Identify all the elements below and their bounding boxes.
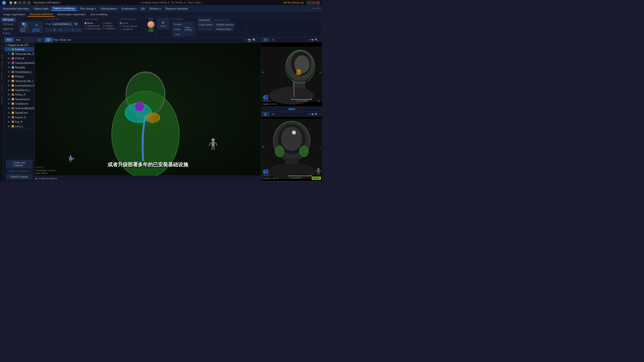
roi-item-retina-r[interactable]: 👁 Retina_R bbox=[5, 92, 34, 97]
ct-sagittal-tab-3d[interactable]: 3D bbox=[270, 38, 276, 42]
roi-eye-retina-r[interactable]: 👁 bbox=[8, 93, 10, 96]
translate-btn[interactable]: Translate bbox=[172, 22, 183, 26]
roi-eye-opticnerve-l[interactable]: 👁 bbox=[8, 89, 10, 92]
3d-badge[interactable]: 3D bbox=[148, 28, 153, 32]
remove-holes-btn[interactable]: Remove holes bbox=[215, 27, 233, 31]
brush-option[interactable]: Brush bbox=[85, 22, 102, 24]
smart-brush-option[interactable]: Smart brush bbox=[85, 25, 102, 27]
spline-option[interactable]: Spline bbox=[103, 22, 115, 24]
roi-item-temporallobe-r[interactable]: 👁 TemporalLobe_R bbox=[5, 52, 34, 56]
reset-view-icon[interactable]: ↺ bbox=[244, 38, 247, 42]
tab-approval[interactable]: Approval bbox=[1, 27, 15, 31]
roi-item-eye-r[interactable]: 👁 Eye_R bbox=[5, 119, 34, 124]
rotate-btn[interactable]: Rotate bbox=[172, 27, 183, 31]
roi-eye-temporallobe-r[interactable]: 👁 bbox=[8, 53, 10, 55]
copy-contour-btn[interactable]: Copy contour bbox=[198, 23, 214, 27]
vert-tab-treatment[interactable]: Treatment... bbox=[0, 81, 3, 93]
sub-menu-deformable-registration[interactable]: Deformable registration bbox=[55, 12, 88, 16]
roi-tab-roi[interactable]: ROI bbox=[5, 38, 13, 42]
roi-poi-details-btn[interactable]: ROI/POI details bbox=[6, 174, 32, 180]
roi-eye-mandible[interactable]: 👁 bbox=[8, 66, 10, 69]
roi-eye-pcm-m[interactable]: 👁 bbox=[8, 57, 10, 60]
roi-item-submandibular1[interactable]: 👁 SubmandibularGlan... bbox=[5, 61, 34, 65]
roi-item-larynx-g[interactable]: 👁 Larynx_G bbox=[5, 115, 34, 119]
menu-delivery[interactable]: Delivery bbox=[147, 7, 163, 11]
ct-sagittal-sync-icon[interactable]: ⇄ bbox=[308, 38, 310, 41]
ct-sagittal-tab-2d[interactable]: 2D bbox=[262, 38, 269, 42]
vert-tab-protocols[interactable]: Protocols bbox=[0, 70, 3, 81]
roi-group-organs-at-risk[interactable]: ▾ Organs at risk (37) bbox=[5, 43, 34, 47]
ct-coronal-camera-icon[interactable]: 📷 bbox=[311, 113, 314, 115]
roi-eye-spinalcord[interactable]: 👁 bbox=[8, 111, 10, 114]
image-set-library-bar[interactable]: ▶ Image set library bbox=[35, 176, 261, 181]
fullscreen-icon[interactable]: ⛶ bbox=[257, 38, 260, 42]
roi-eye-submandibular2[interactable]: 👁 bbox=[8, 107, 10, 110]
freehand-option[interactable]: Freehand bbox=[103, 27, 115, 30]
menu-qa[interactable]: QA bbox=[139, 7, 147, 11]
menu-plan-design[interactable]: Plan design bbox=[78, 7, 98, 11]
roi-tool-4[interactable]: ○ bbox=[64, 28, 69, 32]
maximize-btn[interactable]: □ bbox=[311, 1, 315, 5]
sub-menu-eye-modeling[interactable]: Eye modeling bbox=[89, 12, 109, 16]
simplify-contours-btn[interactable]: Simplify contours bbox=[215, 23, 235, 27]
roi-item-mandible[interactable]: 👁 Mandible bbox=[5, 65, 34, 70]
roi-item-lacrimalgland-r[interactable]: 👁 LacrimalGland_R bbox=[5, 83, 34, 88]
ct-coronal-tab-2d[interactable]: 2D bbox=[262, 112, 269, 116]
menu-automated-planning[interactable]: Automated planning bbox=[1, 7, 31, 11]
roi-item-submandibular2[interactable]: 👁 SubmandibularGlan... bbox=[5, 106, 34, 110]
roi-eye-temporallobe-l[interactable]: 👁 bbox=[8, 80, 10, 83]
roi-eye-lens-l[interactable]: 👁 bbox=[8, 125, 10, 128]
roi-eye-eye-r[interactable]: 👁 bbox=[8, 120, 10, 123]
roi-item-spinalcord[interactable]: 👁 SpinalCord bbox=[5, 110, 34, 115]
show-option[interactable]: Show bbox=[120, 22, 137, 24]
save-icon[interactable]: 💾 bbox=[9, 1, 13, 5]
menu-optimization[interactable]: Optimization bbox=[98, 7, 119, 11]
sub-menu-image-registration[interactable]: Image registration bbox=[1, 12, 27, 16]
menu-regimen-template[interactable]: Regimen template bbox=[164, 7, 190, 11]
tab-poi-tools[interactable]: POI tools bbox=[1, 22, 16, 26]
ct-sagittal-camera-icon[interactable]: 📷 bbox=[311, 38, 314, 41]
roi-item-pituitary[interactable]: 👁 Pituitary bbox=[5, 74, 34, 79]
roi-tool-2[interactable]: ⊕ bbox=[52, 28, 57, 32]
roi-tool-1[interactable]: ↕ bbox=[46, 28, 51, 32]
roi-list[interactable]: ▾ Organs at risk (37) 👁 External 👁 Tempo… bbox=[4, 43, 34, 158]
vert-tab-rois[interactable]: ROIs bbox=[0, 37, 3, 44]
ct-sagittal-viewport[interactable]: 0 5 10 15 20 25 cm P A CT: CT 1 Sagittal… bbox=[261, 42, 322, 106]
roi-item-pcm-m[interactable]: 👁 PCM_M bbox=[5, 56, 34, 61]
vert-tab-visualizati[interactable]: Visualizati... bbox=[0, 93, 3, 106]
3d-viewport[interactable]: CT: CT 1 Transversal: -1.20 cm Slice 112… bbox=[35, 43, 261, 176]
roi-tool-5[interactable]: ⊖ bbox=[70, 28, 75, 32]
roi-item-opticnerve-l[interactable]: 👁 OpticNerve_L bbox=[5, 88, 34, 92]
tab-2d-main[interactable]: 2D bbox=[36, 38, 44, 42]
ct-coronal-fullscreen-icon[interactable]: ⛶ bbox=[319, 113, 321, 115]
remove-material-btn[interactable]: Remove material... bbox=[6, 169, 32, 174]
vert-tab-registr[interactable]: Registr... bbox=[0, 50, 3, 60]
polygon-option[interactable]: Polygon bbox=[103, 25, 115, 27]
scale-btn[interactable]: Scale bbox=[172, 32, 183, 36]
vert-tab-pois[interactable]: POIs bbox=[0, 44, 3, 50]
minimize-btn[interactable]: ─ bbox=[307, 1, 311, 5]
ct-sagittal-fullscreen-icon[interactable]: ⛶ bbox=[319, 38, 321, 41]
smart-contour-option[interactable]: Smart contour bbox=[85, 27, 102, 30]
current-roi-dropdown[interactable]: LacrimalGland_L bbox=[51, 22, 78, 26]
roi-eye-parotidgland-l[interactable]: 👁 bbox=[8, 71, 10, 73]
sub-menu-structure-definition[interactable]: Structure definition bbox=[28, 12, 55, 17]
roi-item-external[interactable]: 👁 External bbox=[5, 47, 34, 52]
roi-item-parotidgland-l[interactable]: 👁 ParotidGland_L bbox=[5, 70, 34, 74]
new-roi-geometry-btn[interactable]: + New ROI geometry bbox=[31, 22, 42, 33]
menu-patient-data[interactable]: Patient data bbox=[32, 7, 51, 11]
redo-icon[interactable]: ↪ bbox=[27, 1, 31, 5]
roi-tool-3[interactable]: ⚙ bbox=[58, 28, 63, 32]
roi-eye-lacrimalgland-r[interactable]: 👁 bbox=[8, 84, 10, 87]
search-3d-icon[interactable]: 🔍 bbox=[252, 38, 256, 42]
close-btn[interactable]: ✕ bbox=[316, 1, 320, 5]
ct-coronal-tab-3d[interactable]: 3D bbox=[270, 112, 276, 116]
roi-item-lens-l[interactable]: 👁 Lens_L bbox=[5, 124, 34, 129]
dropdown-icon[interactable]: ▾ bbox=[23, 1, 26, 5]
menu-patient-modeling[interactable]: Patient modeling bbox=[51, 6, 77, 11]
roi-eye-external[interactable]: 👁 bbox=[8, 48, 10, 51]
roi-item-oropharynx[interactable]: 👁 Oropharynx bbox=[5, 101, 34, 106]
roi-item-temporallobe-l[interactable]: 👁 TemporalLobe_L bbox=[5, 79, 34, 83]
select-layout-btn[interactable]: Select layout bbox=[19, 22, 30, 33]
accept-current-option[interactable]: ✓ Accept current bbox=[120, 25, 137, 27]
